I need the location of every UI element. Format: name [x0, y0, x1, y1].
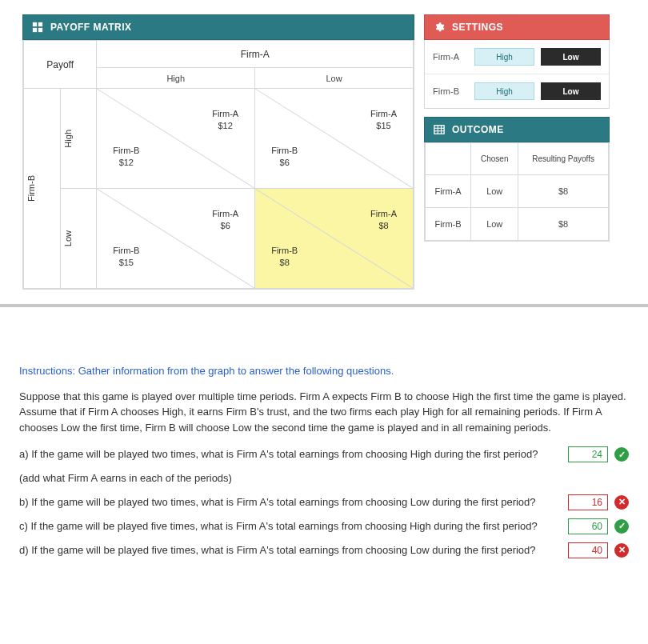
outcome-row-a: Firm-A Low $8 — [426, 175, 609, 208]
payoff-matrix-header: PAYOFF MATRIX — [22, 14, 414, 40]
outcome-header: OUTCOME — [424, 117, 610, 142]
firm-a-header: Firm-A — [97, 41, 414, 68]
payoff-title: PAYOFF MATRIX — [50, 22, 132, 33]
outcome-table: Chosen Resulting Payoffs Firm-A Low $8 F… — [425, 142, 609, 241]
cell-low-low: Firm-A$8 Firm-B$8 — [255, 189, 414, 289]
outcome-row-b: Firm-B Low $8 — [426, 208, 609, 241]
question-d-text: d) If the game will be played five times… — [19, 542, 562, 558]
firm-a-low-button[interactable]: Low — [541, 48, 601, 66]
question-b-text: b) If the game will be played two times,… — [19, 494, 562, 510]
outcome-title: OUTCOME — [452, 124, 504, 135]
payoff-corner: Payoff — [24, 41, 97, 89]
outcome-head-blank — [426, 143, 471, 175]
firm-a-low: Low — [255, 68, 414, 89]
settings-row-firm-b: Firm-B High Low — [425, 74, 609, 108]
firm-a-high: High — [97, 68, 255, 89]
answer-d-input[interactable] — [568, 542, 608, 558]
settings-label-b: Firm-B — [433, 86, 468, 96]
question-a-sub: (add what Firm A earns in each of the pe… — [19, 470, 629, 486]
question-a-text: a) If the game will be played two times,… — [19, 446, 562, 462]
svg-line-7 — [255, 189, 413, 288]
cell-low-high: Firm-A$6 Firm-B$15 — [97, 189, 255, 289]
svg-line-5 — [255, 89, 413, 188]
question-area: Instructions: Gather information from th… — [0, 307, 648, 590]
firm-b-high-button[interactable]: High — [474, 82, 534, 100]
svg-rect-1 — [38, 22, 42, 26]
check-icon: ✓ — [614, 519, 629, 534]
firm-b-low: Low — [60, 189, 97, 289]
svg-rect-0 — [33, 22, 37, 26]
x-icon: ✕ — [614, 543, 629, 558]
context-paragraph: Suppose that this game is played over mu… — [19, 389, 629, 436]
question-c-text: c) If the game will be played five times… — [19, 518, 562, 534]
svg-line-4 — [97, 89, 254, 188]
svg-rect-3 — [38, 28, 42, 32]
table-icon — [433, 123, 446, 136]
question-b: b) If the game will be played two times,… — [19, 494, 629, 510]
outcome-head-chosen: Chosen — [471, 143, 518, 175]
answer-a-input[interactable] — [568, 446, 608, 462]
svg-rect-2 — [33, 28, 37, 32]
outcome-head-payoff: Resulting Payoffs — [518, 143, 609, 175]
settings-header: SETTINGS — [424, 14, 610, 40]
svg-line-6 — [97, 189, 254, 288]
answer-b-input[interactable] — [568, 494, 608, 510]
svg-rect-8 — [434, 126, 444, 134]
cell-high-low: Firm-A$15 Firm-B$6 — [255, 89, 414, 189]
settings-title: SETTINGS — [452, 22, 503, 33]
firm-b-low-button[interactable]: Low — [541, 82, 601, 100]
firm-b-high: High — [60, 89, 97, 189]
settings-label-a: Firm-A — [433, 52, 468, 62]
instructions: Instructions: Gather information from th… — [19, 363, 629, 379]
cell-high-high: Firm-A$12 Firm-B$12 — [97, 89, 255, 189]
gear-icon — [433, 21, 446, 34]
firm-a-high-button[interactable]: High — [474, 48, 534, 66]
settings-row-firm-a: Firm-A High Low — [425, 40, 609, 74]
firm-b-header: Firm-B — [24, 89, 61, 289]
grid-icon — [31, 21, 44, 34]
question-d: d) If the game will be played five times… — [19, 542, 629, 558]
check-icon: ✓ — [614, 447, 629, 462]
answer-c-input[interactable] — [568, 518, 608, 534]
question-a: a) If the game will be played two times,… — [19, 446, 629, 462]
question-c: c) If the game will be played five times… — [19, 518, 629, 534]
x-icon: ✕ — [614, 495, 629, 510]
payoff-table: Payoff Firm-A High Low Firm-B High Firm-… — [23, 40, 414, 289]
